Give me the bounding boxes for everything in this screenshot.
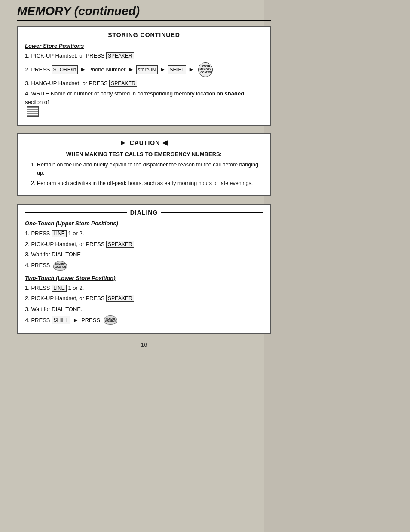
content-column: MEMORY (continued) STORING CONTINUED Low… [17, 4, 271, 348]
lower-memory-text: LOWER MEMORY LOCATION [199, 65, 212, 74]
step2-prefix: 2. PRESS [25, 65, 50, 74]
store-in-key: STORE/in [52, 65, 78, 74]
dial-step-2: 2. PICK-UP Handset, or PRESS SPEAKER [25, 240, 263, 249]
two-touch-steps: 1. PRESS LINE 1 or 2. 2. PICK-UP Handset… [25, 284, 263, 325]
speaker-key-1: SPEAKER [106, 52, 134, 59]
arrow2: ► [128, 65, 134, 74]
store-step-4: 4. WRITE Name or number of party stored … [25, 89, 263, 117]
two-touch-title: Two-Touch (Lower Store Position) [25, 275, 263, 281]
storing-continued-section: STORING CONTINUED Lower Store Positions … [17, 26, 271, 126]
dial-step2-text: 2. PICK-UP Handset, or PRESS SPEAKER [25, 241, 134, 247]
two-dial-step-1: 1. PRESS LINE 1 or 2. [25, 284, 263, 292]
two-dial-step1-text: 1. PRESS LINE 1 or 2. [25, 285, 84, 291]
line-key-2: LINE [52, 285, 67, 292]
dialing-label: DIALING [130, 209, 158, 216]
memory-location-icon-1: MEMORYLOCATION [53, 261, 67, 271]
speaker-key-3: SPEAKER [106, 241, 134, 248]
two-dial-step-2: 2. PICK-UP Handset, or PRESS SPEAKER [25, 294, 263, 303]
two-dial-step-4: 4. PRESS SHIFT ► PRESS MEMORYLOCATION [25, 315, 263, 325]
shift-key-2: SHIFT [52, 316, 70, 324]
two-dial-press-label: PRESS [81, 316, 100, 325]
store-in2-key: store/IN [136, 65, 158, 74]
dial-step4-text: 4. PRESS [25, 262, 50, 268]
store-step-2: 2. PRESS STORE/in ► Phone Number ► store… [25, 62, 263, 77]
memory-location-icon-2: MEMORYLOCATION [104, 315, 117, 325]
two-dial-step3-text: 3. Wait for DIAL TONE. [25, 306, 83, 312]
dial-step1-text: 1. PRESS LINE 1 or 2. [25, 230, 84, 237]
shift-key: SHIFT [168, 65, 186, 74]
two-dial-step4-text: 4. PRESS [25, 316, 50, 325]
dial-step3-text: 3. Wait for DIAL TONE [25, 251, 81, 258]
phone-number-label: Phone Number [88, 65, 125, 74]
lower-memory-badge: LOWER MEMORY LOCATION [198, 62, 213, 77]
caution-title: ► CAUTION ◀ [27, 138, 261, 147]
lower-store-subtitle: Lower Store Positions [25, 43, 263, 49]
arrow3: ► [160, 65, 166, 74]
speaker-key-2: SPEAKER [109, 80, 137, 87]
store-step3-text: 3. HANG-UP Handset, or PRESS SPEAKER [25, 80, 137, 86]
caution-label: CAUTION [130, 139, 160, 146]
dial-step1-suffix: 1 or 2. [68, 230, 84, 237]
dialing-section: DIALING One-Touch (Upper Store Positions… [17, 204, 271, 334]
two-dial-step1-suffix: 1 or 2. [68, 285, 84, 291]
page-title: MEMORY (continued) [17, 4, 271, 21]
page-number: 16 [17, 341, 271, 348]
right-texture [264, 0, 410, 532]
store-step1-text: 1. PICK-UP Handset, or PRESS SPEAKER [25, 52, 134, 59]
line-key-1: LINE [52, 230, 67, 237]
caution-item-1: Remain on the line and briefly explain t… [37, 161, 261, 177]
mem-loc-label-2: MEMORYLOCATION [105, 318, 116, 323]
one-touch-title: One-Touch (Upper Store Positions) [25, 220, 263, 227]
dial-step-3: 3. Wait for DIAL TONE [25, 250, 263, 259]
speaker-key-4: SPEAKER [106, 295, 134, 302]
caution-right-arrow: ► [120, 139, 127, 147]
storing-steps: 1. PICK-UP Handset, or PRESS SPEAKER 2. … [25, 52, 263, 117]
store-step2-row: 2. PRESS STORE/in ► Phone Number ► store… [25, 62, 263, 77]
two-dial-step-3: 3. Wait for DIAL TONE. [25, 305, 263, 314]
dial-step-4: 4. PRESS MEMORYLOCATION [25, 261, 263, 271]
store-step-3: 3. HANG-UP Handset, or PRESS SPEAKER [25, 79, 263, 88]
dialing-title: DIALING [25, 209, 263, 216]
arrow5: ► [73, 316, 79, 325]
caution-left-arrow: ◀ [162, 138, 168, 147]
page-layout: MEMORY (continued) STORING CONTINUED Low… [0, 0, 410, 532]
mem-loc-label-1: MEMORYLOCATION [55, 263, 66, 268]
arrow4: ► [188, 65, 194, 74]
store-step-1: 1. PICK-UP Handset, or PRESS SPEAKER [25, 52, 263, 60]
two-dial-step2-text: 2. PICK-UP Handset, or PRESS SPEAKER [25, 295, 134, 301]
storing-continued-title: STORING CONTINUED [25, 31, 263, 38]
caution-section: ► CAUTION ◀ WHEN MAKING TEST CALLS TO EM… [17, 133, 271, 196]
step4-content: 4. WRITE Name or number of party stored … [25, 89, 263, 117]
dial-step-1: 1. PRESS LINE 1 or 2. [25, 229, 263, 238]
arrow1: ► [80, 65, 86, 74]
one-touch-steps: 1. PRESS LINE 1 or 2. 2. PICK-UP Handset… [25, 229, 263, 271]
memory-card-icon [27, 106, 39, 117]
caution-item-2: Perform such activities in the off-peak … [37, 179, 261, 188]
two-dial-step4-row: 4. PRESS SHIFT ► PRESS MEMORYLOCATION [25, 315, 263, 325]
caution-subtitle: WHEN MAKING TEST CALLS TO EMERGENCY NUMB… [27, 151, 261, 157]
caution-list: Remain on the line and briefly explain t… [27, 161, 261, 187]
step4-text: 4. WRITE Name or number of party stored … [25, 89, 263, 106]
storing-continued-label: STORING CONTINUED [108, 31, 180, 38]
